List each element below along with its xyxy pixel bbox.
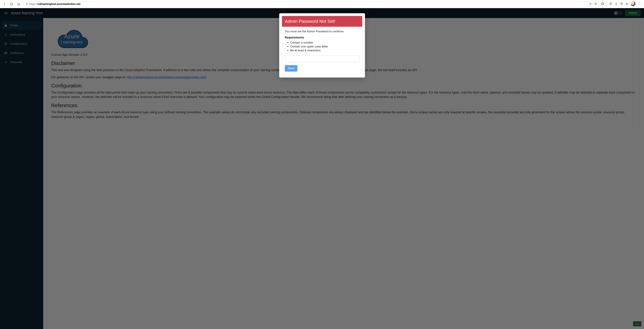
share-icon[interactable] — [626, 2, 628, 6]
requirement-item: Be at least 8 characters — [290, 49, 359, 52]
admin-password-input[interactable] — [285, 56, 359, 62]
refresh-button[interactable] — [8, 1, 15, 7]
toolbar-separator — [606, 2, 607, 6]
modal-title: Admin Password Not Set! — [282, 16, 362, 27]
svg-rect-0 — [26, 3, 28, 4]
requirements-heading: Requirements — [285, 36, 359, 39]
url-protocol: https:// — [30, 2, 38, 5]
more-menu-icon[interactable]: ··· — [638, 2, 642, 6]
back-button[interactable] — [1, 1, 8, 7]
favorites-icon[interactable] — [609, 2, 612, 6]
address-bar[interactable]: https://cafnamingtool.azurewebsites.net … — [24, 1, 599, 7]
home-button[interactable] — [16, 1, 22, 7]
browser-toolbar: https://cafnamingtool.azurewebsites.net … — [0, 0, 644, 8]
requirement-item: Contain a number — [290, 41, 359, 44]
url-domain: cafnamingtool.azurewebsites.net — [38, 2, 80, 5]
read-aloud-icon[interactable]: A⁺ — [590, 2, 592, 6]
downloads-icon[interactable] — [614, 2, 618, 6]
modal-message: You must set the Admin Password to conti… — [285, 30, 359, 33]
extensions-icon[interactable] — [601, 2, 604, 6]
save-button[interactable]: Save — [285, 65, 298, 72]
admin-password-modal: Admin Password Not Set! You must set the… — [279, 13, 365, 77]
requirement-item: Contain one upper case letter — [290, 45, 359, 48]
favorite-star-icon[interactable] — [594, 2, 597, 6]
lock-icon — [26, 2, 28, 5]
collections-icon[interactable] — [620, 2, 623, 6]
profile-avatar[interactable] — [631, 2, 636, 6]
requirements-list: Contain a number Contain one upper case … — [290, 41, 359, 52]
